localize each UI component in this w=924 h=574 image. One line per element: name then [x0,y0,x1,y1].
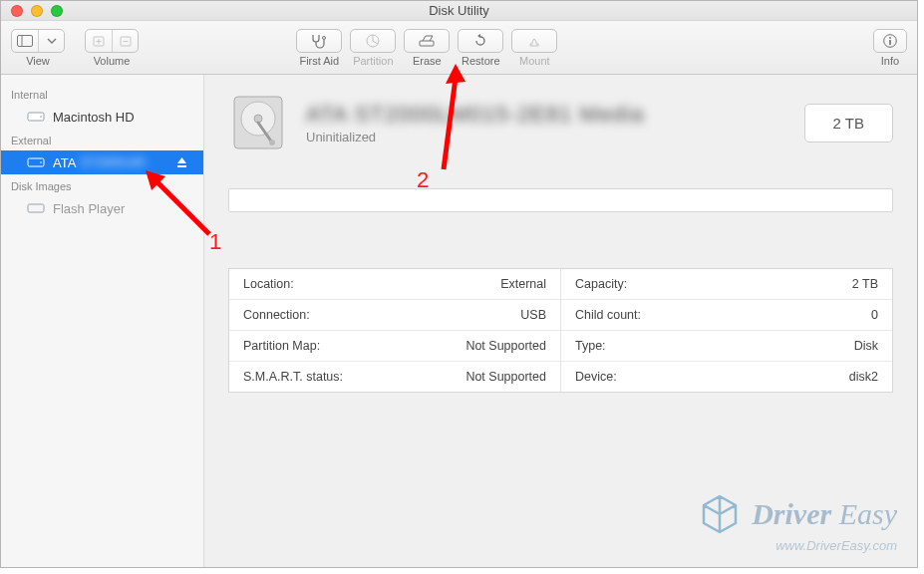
disk-utility-window: Disk Utility View Vol [0,0,918,568]
close-window-button[interactable] [11,5,23,17]
info-button[interactable] [873,29,907,53]
svg-rect-9 [420,41,434,46]
disk-subtitle: Uninitialized [306,130,644,144]
volume-label: Volume [94,55,131,67]
cube-icon [698,492,742,536]
sidebar-header-internal: Internal [1,83,203,105]
window-title: Disk Utility [1,3,917,18]
svg-rect-18 [28,204,44,212]
toolbar: View Volume First Aid [1,21,917,75]
svg-rect-0 [18,35,33,46]
annotation-label-2: 2 [417,167,429,193]
sidebar-item-ata-external[interactable]: ATA ST2000LM0 [1,150,203,174]
svg-rect-12 [889,40,891,45]
volume-add-icon[interactable] [86,30,112,52]
dmg-icon [27,201,45,215]
partition-button[interactable] [350,29,396,53]
sidebar-item-label: ATA [53,155,76,170]
disk-title: ATA ST2000LM015-2E81 Media [306,102,644,128]
pie-icon [365,33,381,49]
erase-icon [418,34,436,48]
hdd-illustration-icon [228,93,288,152]
restore-icon [472,33,488,49]
external-disk-icon [27,155,45,169]
svg-rect-17 [177,165,186,167]
volume-controls [85,29,139,53]
eject-icon[interactable] [176,156,187,168]
view-label: View [26,55,50,67]
disk-details-table: Location:External Connection:USB Partiti… [228,268,893,393]
info-icon [882,33,898,49]
sidebar: Internal Macintosh HD External ATA ST200… [1,75,204,567]
titlebar: Disk Utility [1,1,917,21]
capacity-badge: 2 TB [804,104,893,143]
svg-point-14 [40,116,42,118]
svg-point-22 [269,140,275,145]
mount-icon [527,34,541,48]
info-label: Info [881,55,899,67]
sidebar-item-macintosh-hd[interactable]: Macintosh HD [1,105,203,129]
toolbar-actions: First Aid Partition Erase Restore [296,29,557,67]
sidebar-view-icon[interactable] [12,30,38,52]
erase-button[interactable] [404,29,450,53]
stethoscope-icon [310,33,328,49]
volume-remove-icon[interactable] [112,30,138,52]
svg-point-11 [889,37,891,39]
minimize-window-button[interactable] [31,5,43,17]
sidebar-header-external: External [1,129,203,150]
first-aid-button[interactable] [296,29,342,53]
restore-button[interactable] [458,29,503,53]
watermark: Driver Easy www.DriverEasy.com [698,492,897,553]
sidebar-item-label: Flash Player [53,201,125,216]
usage-bar [228,188,893,212]
mount-button[interactable] [511,29,557,53]
content-pane: ATA ST2000LM015-2E81 Media Uninitialized… [204,75,917,567]
disk-icon [27,110,45,124]
chevron-down-icon[interactable] [38,30,64,52]
sidebar-item-label: Macintosh HD [53,110,135,125]
view-switcher[interactable] [11,29,65,53]
sidebar-item-flash-player[interactable]: Flash Player [1,196,203,220]
sidebar-header-disk-images: Disk Images [1,174,203,196]
zoom-window-button[interactable] [51,5,63,17]
svg-point-16 [40,161,42,163]
window-controls [11,5,63,17]
annotation-label-1: 1 [209,229,221,255]
svg-point-7 [323,36,326,39]
